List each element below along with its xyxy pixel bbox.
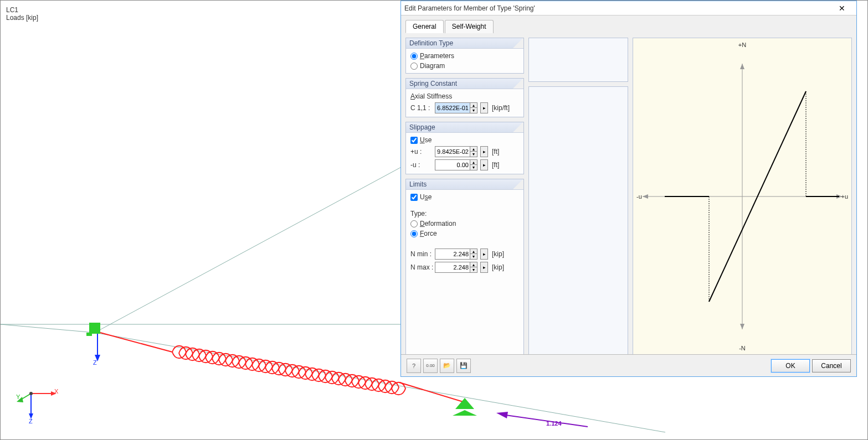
- label-parameters: Parameters: [420, 52, 454, 60]
- group-header: Limits: [406, 179, 523, 190]
- units-icon[interactable]: 0.00: [423, 359, 438, 373]
- cancel-button[interactable]: Cancel: [812, 359, 851, 372]
- minus-u-unit: [ft]: [492, 161, 499, 169]
- save-icon[interactable]: 💾: [456, 359, 471, 373]
- spin-down-icon[interactable]: ▼: [470, 254, 477, 259]
- axis-x-label: X: [54, 388, 58, 395]
- radio-force[interactable]: [410, 230, 418, 237]
- group-definition-type: Definition Type ParametersParameters Dia…: [405, 38, 524, 74]
- group-header: Definition Type: [406, 38, 523, 49]
- group-header: Spring Constant: [406, 79, 523, 89]
- type-label: Type:: [410, 210, 519, 218]
- axial-stiffness-label: Axial Stiffness: [410, 92, 519, 100]
- dialog-title: Edit Parameters for Member of Type 'Spri…: [404, 4, 831, 12]
- svg-marker-8: [455, 398, 474, 409]
- label-diagram: Diagram: [420, 62, 445, 70]
- local-z-label: Z: [93, 359, 97, 366]
- svg-line-6: [100, 333, 172, 352]
- svg-point-20: [29, 392, 33, 395]
- spring-diagram-panel: +N -N +u -u: [633, 38, 852, 355]
- dialog-footer: ? 0.00 📂 💾 OK Cancel: [401, 354, 856, 376]
- spin-up-icon[interactable]: ▲: [470, 147, 477, 152]
- close-icon[interactable]: ✕: [831, 4, 853, 13]
- svg-marker-26: [740, 324, 744, 329]
- spin-up-icon[interactable]: ▲: [470, 262, 477, 267]
- group-spring-constant: Spring Constant Axial Stiffness C 1,1 : …: [405, 78, 524, 117]
- svg-line-7: [399, 382, 463, 402]
- picker-icon[interactable]: ▸: [480, 262, 488, 273]
- label-deformation: Deformation: [420, 220, 456, 227]
- check-limits-use[interactable]: [410, 194, 418, 201]
- c11-label: C 1,1 :: [410, 104, 433, 112]
- radio-parameters[interactable]: [410, 53, 418, 60]
- dialog-titlebar[interactable]: Edit Parameters for Member of Type 'Spri…: [401, 1, 856, 15]
- tab-general[interactable]: General: [405, 20, 444, 33]
- spin-up-icon[interactable]: ▲: [470, 249, 477, 254]
- svg-rect-4: [89, 323, 100, 334]
- minus-u-label: -u :: [410, 161, 433, 169]
- nmax-unit: [kip]: [492, 263, 504, 271]
- label-force: Force: [420, 230, 437, 237]
- graph-plus-n: +N: [738, 42, 746, 48]
- spin-down-icon[interactable]: ▼: [470, 165, 477, 170]
- group-limits: Limits Use Type: Deformation Force N min…: [405, 179, 524, 355]
- picker-icon[interactable]: ▸: [480, 159, 488, 170]
- spin-up-icon[interactable]: ▲: [470, 160, 477, 165]
- tab-self-weight[interactable]: Self-Weight: [445, 20, 494, 33]
- spin-down-icon[interactable]: ▼: [470, 267, 477, 272]
- c11-input-wrap: ▲▼: [435, 102, 477, 113]
- nmin-unit: [kip]: [492, 250, 504, 258]
- svg-marker-25: [740, 64, 744, 69]
- plus-u-label: +u :: [410, 148, 433, 156]
- spin-down-icon[interactable]: ▼: [470, 152, 477, 157]
- check-slippage-use[interactable]: [410, 137, 418, 144]
- load-value-label: 1.124: [546, 420, 562, 427]
- radio-deformation[interactable]: [410, 220, 418, 227]
- tab-strip: General Self-Weight: [401, 15, 856, 33]
- svg-line-1: [1, 324, 95, 333]
- svg-marker-11: [496, 412, 508, 418]
- mid-panel-top: [528, 38, 628, 82]
- svg-marker-24: [643, 194, 648, 199]
- nmin-label: N min :: [410, 250, 433, 258]
- radio-diagram[interactable]: [410, 63, 418, 70]
- mid-panel-fill: [528, 86, 628, 355]
- axis-z-label: Z: [29, 418, 33, 425]
- ok-button[interactable]: OK: [771, 359, 810, 372]
- graph-minus-n: -N: [739, 345, 746, 351]
- c11-unit: [kip/ft]: [492, 104, 510, 112]
- edit-spring-dialog: Edit Parameters for Member of Type 'Spri…: [400, 1, 857, 377]
- help-icon[interactable]: ?: [407, 359, 421, 373]
- svg-rect-5: [86, 333, 92, 336]
- svg-marker-9: [453, 410, 477, 416]
- spin-down-icon[interactable]: ▼: [470, 108, 477, 113]
- graph-minus-u: -u: [636, 193, 642, 200]
- picker-icon[interactable]: ▸: [480, 102, 488, 113]
- open-icon[interactable]: 📂: [440, 359, 454, 373]
- nmax-label: N max :: [410, 263, 433, 271]
- c11-input[interactable]: [435, 103, 470, 113]
- nmin-input[interactable]: [435, 249, 470, 259]
- picker-icon[interactable]: ▸: [480, 146, 488, 157]
- nmax-input[interactable]: [435, 262, 470, 272]
- graph-plus-u: +u: [841, 193, 848, 200]
- group-header: Slippage: [406, 122, 523, 133]
- axis-y-label: Y: [16, 394, 20, 400]
- spring-diagram: [637, 53, 848, 340]
- label-slippage-use: Use: [420, 136, 432, 144]
- spin-up-icon[interactable]: ▲: [470, 103, 477, 108]
- plus-u-unit: [ft]: [492, 148, 499, 156]
- plus-u-input[interactable]: [435, 147, 470, 157]
- group-slippage: Slippage Use +u : ▲▼ ▸ [ft] -u : ▲▼ ▸ [f…: [405, 122, 524, 174]
- minus-u-input[interactable]: [435, 160, 470, 170]
- picker-icon[interactable]: ▸: [480, 249, 488, 260]
- label-limits-use: Use: [420, 193, 432, 201]
